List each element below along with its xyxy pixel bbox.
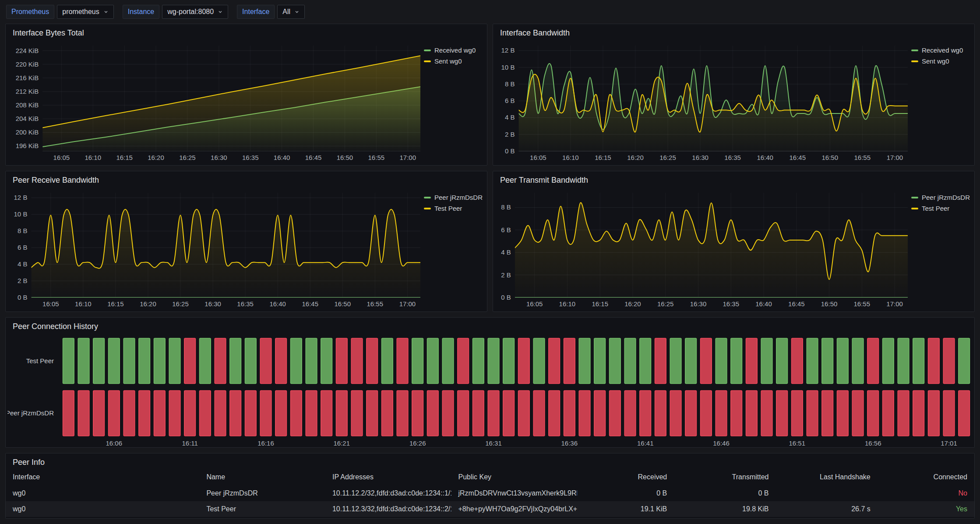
status-bar[interactable] — [928, 391, 940, 436]
status-bar[interactable] — [624, 391, 636, 436]
status-bar[interactable] — [78, 338, 89, 384]
status-bar[interactable] — [184, 338, 196, 384]
status-bar[interactable] — [488, 391, 499, 436]
status-bar[interactable] — [594, 391, 606, 436]
column-header-interface[interactable]: Interface — [6, 469, 199, 485]
status-bar[interactable] — [321, 338, 332, 384]
status-bar[interactable] — [488, 338, 499, 384]
status-bar[interactable] — [898, 391, 909, 436]
status-bar[interactable] — [898, 338, 909, 384]
status-bar[interactable] — [139, 338, 150, 384]
status-bar[interactable] — [655, 391, 666, 436]
status-bar[interactable] — [458, 391, 469, 436]
status-bar[interactable] — [427, 391, 439, 436]
status-bar[interactable] — [610, 338, 621, 384]
panel-title[interactable]: Peer Connection History — [6, 318, 974, 333]
status-bar[interactable] — [564, 391, 575, 436]
status-bar[interactable] — [640, 391, 651, 436]
status-bar[interactable] — [731, 338, 742, 384]
line-chart-svg[interactable]: 196 KiB200 KiB204 KiB208 KiB212 KiB216 K… — [8, 40, 424, 163]
status-bar[interactable] — [442, 391, 454, 436]
panel-title[interactable]: Peer Transmit Bandwidth — [493, 171, 974, 187]
status-bar[interactable] — [93, 338, 105, 384]
status-bar[interactable] — [837, 391, 849, 436]
status-bar[interactable] — [306, 338, 317, 384]
status-bar[interactable] — [883, 338, 894, 384]
column-header-last-handshake[interactable]: Last Handshake — [776, 469, 877, 485]
status-bar[interactable] — [761, 338, 772, 384]
status-bar[interactable] — [397, 338, 408, 384]
status-bar[interactable] — [822, 391, 833, 436]
status-bar[interactable] — [473, 391, 484, 436]
status-bar[interactable] — [670, 391, 681, 436]
status-bar[interactable] — [640, 338, 651, 384]
status-bar[interactable] — [412, 391, 423, 436]
column-header-transmitted[interactable]: Transmitted — [674, 469, 776, 485]
status-bar[interactable] — [685, 391, 697, 436]
status-bar[interactable] — [564, 338, 575, 384]
status-bar[interactable] — [291, 338, 302, 384]
legend-item-sent-wg0[interactable]: Sent wg0 — [911, 57, 970, 65]
status-bar[interactable] — [776, 338, 788, 384]
status-bar[interactable] — [93, 391, 105, 436]
status-bar[interactable] — [109, 338, 120, 384]
status-bar[interactable] — [792, 391, 803, 436]
status-bar[interactable] — [139, 391, 150, 436]
status-bar[interactable] — [154, 338, 166, 384]
status-bar[interactable] — [701, 391, 712, 436]
status-bar[interactable] — [913, 338, 924, 384]
var-prometheus-dropdown[interactable]: prometheus — [57, 5, 114, 19]
var-interface-dropdown[interactable]: All — [277, 5, 305, 19]
status-bar[interactable] — [867, 338, 879, 384]
line-chart-svg[interactable]: 0 B2 B4 B6 B8 B10 B12 B16:0516:1016:1516… — [496, 40, 911, 163]
peer-transmit-bandwidth-chart[interactable]: 0 B2 B4 B6 B8 B16:0516:1016:1516:2016:25… — [496, 188, 911, 309]
status-bar[interactable] — [109, 391, 120, 436]
status-bar[interactable] — [852, 338, 864, 384]
status-bar[interactable] — [200, 391, 211, 436]
status-bar[interactable] — [959, 338, 970, 384]
peer-receive-bandwidth-chart[interactable]: 0 B2 B4 B6 B8 B10 B12 B16:0516:1016:1516… — [8, 188, 424, 309]
column-header-received[interactable]: Received — [577, 469, 674, 485]
panel-title[interactable]: Interface Bytes Total — [6, 24, 487, 39]
status-bar[interactable] — [731, 391, 742, 436]
status-bar[interactable] — [503, 338, 515, 384]
legend-item-peer-jrzmdsdr[interactable]: Peer jRzmDsDR — [911, 194, 970, 201]
status-bar[interactable] — [306, 391, 317, 436]
status-bar[interactable] — [412, 338, 423, 384]
status-bar[interactable] — [442, 338, 454, 384]
status-bar[interactable] — [215, 338, 226, 384]
status-bar[interactable] — [427, 338, 439, 384]
status-bar[interactable] — [275, 391, 287, 436]
status-bar[interactable] — [883, 391, 894, 436]
status-bar[interactable] — [123, 391, 135, 436]
status-bar[interactable] — [807, 391, 818, 436]
status-bar[interactable] — [807, 338, 818, 384]
status-bar[interactable] — [533, 338, 545, 384]
status-bar[interactable] — [260, 338, 271, 384]
panel-title[interactable]: Peer Info — [6, 453, 974, 469]
panel-title[interactable]: Interface Bandwidth — [493, 24, 974, 39]
status-bar[interactable] — [184, 391, 196, 436]
status-bar[interactable] — [685, 338, 697, 384]
status-history-svg[interactable]: Test PeerPeer jRzmDsDR16:0616:1116:1616:… — [7, 335, 976, 449]
status-bar[interactable] — [397, 391, 408, 436]
legend-item-peer-jrzmdsdr[interactable]: Peer jRzmDsDR — [424, 194, 483, 201]
legend-item-test-peer[interactable]: Test Peer — [424, 205, 483, 212]
status-bar[interactable] — [351, 338, 363, 384]
status-bar[interactable] — [610, 391, 621, 436]
status-bar[interactable] — [169, 338, 180, 384]
status-bar[interactable] — [123, 338, 135, 384]
column-header-public-key[interactable]: Public Key — [451, 469, 578, 485]
column-header-name[interactable]: Name — [199, 469, 325, 485]
status-bar[interactable] — [200, 338, 211, 384]
status-bar[interactable] — [351, 391, 363, 436]
status-bar[interactable] — [867, 391, 879, 436]
status-bar[interactable] — [245, 391, 257, 436]
status-bar[interactable] — [716, 338, 727, 384]
interface-bandwidth-chart[interactable]: 0 B2 B4 B6 B8 B10 B12 B16:0516:1016:1516… — [496, 40, 911, 163]
status-bar[interactable] — [928, 338, 940, 384]
status-bar[interactable] — [913, 391, 924, 436]
status-bar[interactable] — [594, 338, 606, 384]
legend-item-sent-wg0[interactable]: Sent wg0 — [424, 57, 483, 65]
status-bar[interactable] — [518, 391, 530, 436]
